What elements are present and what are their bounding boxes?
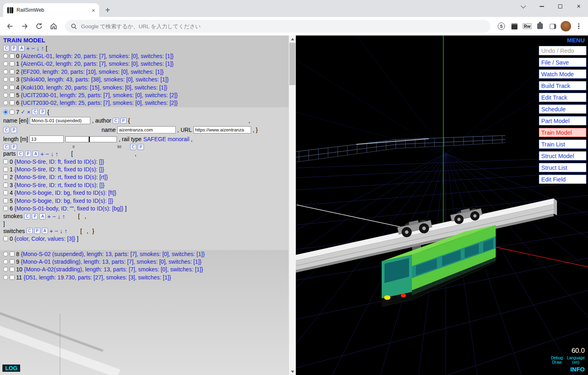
model-radio[interactable] bbox=[3, 77, 8, 82]
save-extension-icon[interactable] bbox=[509, 21, 519, 31]
add-all-button[interactable]: A bbox=[33, 151, 39, 157]
model-radio[interactable] bbox=[3, 252, 8, 256]
move-up-button[interactable]: ↑ bbox=[55, 151, 58, 157]
paste-button[interactable]: P bbox=[11, 144, 17, 150]
move-up-button[interactable]: ↑ bbox=[62, 213, 65, 219]
back-icon[interactable] bbox=[4, 20, 16, 32]
remove-button[interactable]: − bbox=[31, 45, 35, 51]
copy-button[interactable]: C bbox=[27, 228, 33, 234]
model-radio[interactable] bbox=[3, 100, 8, 105]
menu-button-watch-mode[interactable]: Watch Mode bbox=[539, 69, 586, 79]
add-button[interactable]: + bbox=[47, 213, 51, 219]
profile-avatar[interactable] bbox=[561, 21, 571, 31]
menu-button-part-model[interactable]: Part Model bbox=[539, 116, 586, 125]
model-radio[interactable] bbox=[3, 275, 8, 280]
model-checkbox[interactable] bbox=[10, 259, 15, 264]
copy-button[interactable]: C bbox=[24, 213, 30, 219]
length-input[interactable] bbox=[29, 135, 64, 143]
author-url-input[interactable] bbox=[193, 126, 251, 133]
copy-button[interactable]: C bbox=[130, 144, 136, 150]
move-up-button[interactable]: ↑ bbox=[41, 45, 44, 51]
model-checkbox[interactable] bbox=[10, 69, 15, 74]
log-button[interactable]: LOG bbox=[2, 365, 20, 372]
paste-button[interactable]: P bbox=[39, 109, 46, 115]
model-row[interactable]: 9 {Mono-A-01 (straddling), length: 13, p… bbox=[3, 258, 289, 265]
tab-close-icon[interactable]: × bbox=[91, 7, 95, 13]
debug-draw-button[interactable]: Debug Draw bbox=[551, 356, 563, 365]
new-tab-button[interactable]: + bbox=[102, 4, 114, 16]
part-checkbox[interactable] bbox=[3, 190, 8, 195]
extensions-puzzle-icon[interactable] bbox=[535, 21, 545, 31]
paste-button[interactable]: P bbox=[11, 45, 17, 51]
part-checkbox[interactable] bbox=[3, 167, 8, 172]
model-row[interactable]: 4 {Koki100, length: 20, parts: [15], smo… bbox=[3, 83, 289, 91]
part-checkbox[interactable] bbox=[3, 198, 8, 203]
model-row-expanded[interactable]: 7 ✓ × C P { bbox=[3, 108, 289, 116]
tab-search-chevron-icon[interactable] bbox=[514, 0, 532, 13]
window-close-button[interactable]: × bbox=[569, 0, 588, 13]
model-radio[interactable] bbox=[3, 85, 8, 90]
delete-icon[interactable]: × bbox=[27, 109, 31, 115]
paste-button[interactable]: P bbox=[138, 144, 144, 150]
model-checkbox[interactable] bbox=[10, 77, 15, 82]
omnibox[interactable] bbox=[65, 20, 490, 33]
browser-tab[interactable]: RailSimWeb × bbox=[3, 3, 99, 17]
part-row[interactable]: 0 {Mono-S-tire, ID: ft, fixed to ID(s): … bbox=[3, 158, 289, 165]
add-all-button[interactable]: A bbox=[39, 213, 46, 219]
add-button[interactable]: + bbox=[26, 45, 30, 51]
part-row[interactable]: 4 {Mono-S-bogie, ID: bg, fixed to ID(s):… bbox=[3, 189, 289, 196]
model-row[interactable]: 5 {UCIT2030-01, length: 25, parts: [7], … bbox=[3, 91, 289, 99]
language-button[interactable]: Language (en) bbox=[567, 356, 585, 365]
part-checkbox[interactable] bbox=[3, 206, 8, 211]
paste-button[interactable]: P bbox=[11, 127, 17, 133]
switch-row[interactable]: 0 {color, Color, values: [3]} ] bbox=[3, 235, 289, 242]
model-row[interactable]: 11 {D51, length: 19.730, parts: [27], sm… bbox=[3, 273, 289, 281]
browser-menu-kebab-icon[interactable] bbox=[573, 21, 584, 31]
reload-icon[interactable] bbox=[33, 20, 45, 32]
rail-type-value[interactable]: SAFEGE monorail bbox=[143, 136, 189, 142]
copy-button[interactable]: C bbox=[32, 109, 38, 115]
confirm-icon[interactable]: ✓ bbox=[21, 109, 25, 115]
model-row[interactable]: 6 {UCIT2030-02, length: 25, parts: [7], … bbox=[3, 99, 289, 107]
add-button[interactable]: + bbox=[40, 151, 44, 157]
model-radio[interactable] bbox=[3, 110, 8, 115]
model-checkbox[interactable] bbox=[10, 100, 15, 105]
model-row[interactable]: 3 {Shiki400, length: 43, parts: [38], sm… bbox=[3, 76, 289, 83]
model-row[interactable]: 8 {Mono-S-02 (suspended), length: 13, pa… bbox=[3, 250, 289, 258]
menu-button-struct-list[interactable]: Struct List bbox=[539, 163, 586, 172]
part-row[interactable]: 1 {Mono-S-tire, ID: ft, fixed to ID(s): … bbox=[3, 165, 289, 173]
panel-scrollbar[interactable] bbox=[289, 35, 296, 375]
remove-button[interactable]: − bbox=[52, 213, 56, 219]
window-minimize-button[interactable] bbox=[532, 0, 551, 13]
menu-button-edit-track[interactable]: Edit Track bbox=[539, 93, 586, 102]
model-radio[interactable] bbox=[3, 259, 8, 264]
copy-button[interactable]: C bbox=[3, 45, 9, 51]
name-input[interactable] bbox=[30, 117, 90, 124]
paste-button[interactable]: P bbox=[34, 228, 40, 234]
model-row[interactable]: 2 {EF200, length: 20, parts: [10], smoke… bbox=[3, 68, 289, 75]
length-slider[interactable] bbox=[65, 136, 117, 142]
model-checkbox[interactable] bbox=[10, 54, 15, 58]
model-checkbox[interactable] bbox=[10, 85, 15, 90]
paste-button[interactable]: P bbox=[25, 151, 31, 157]
model-radio[interactable] bbox=[3, 93, 8, 98]
scroll-up-icon[interactable] bbox=[289, 35, 296, 42]
menu-button-undo-redo[interactable]: Undo / Redo bbox=[539, 46, 586, 55]
copy-button[interactable]: C bbox=[113, 118, 119, 124]
move-down-button[interactable]: ↓ bbox=[60, 228, 63, 234]
menu-button-schedule[interactable]: Schedule bbox=[539, 104, 586, 114]
scrollbar-thumb[interactable] bbox=[289, 43, 295, 85]
part-row[interactable]: 2 {Mono-S-tire, ID: rt, fixed to ID(s): … bbox=[3, 173, 289, 181]
menu-button-file-save[interactable]: File / Save bbox=[539, 58, 586, 67]
remove-button[interactable]: − bbox=[46, 151, 49, 157]
menu-button-train-list[interactable]: Train List bbox=[539, 140, 586, 149]
switch-checkbox[interactable] bbox=[3, 236, 8, 241]
home-icon[interactable] bbox=[48, 20, 60, 32]
forward-icon[interactable] bbox=[19, 20, 31, 32]
model-row[interactable]: 10 {Mono-A-02(straddling), length: 13, p… bbox=[3, 266, 289, 273]
model-checkbox[interactable] bbox=[10, 252, 15, 256]
viewport-3d[interactable]: MENU Undo / Redo File / Save Watch Mode … bbox=[296, 35, 588, 375]
paste-button[interactable]: P bbox=[121, 118, 127, 124]
part-checkbox[interactable] bbox=[3, 159, 8, 164]
model-checkbox[interactable] bbox=[10, 267, 15, 272]
